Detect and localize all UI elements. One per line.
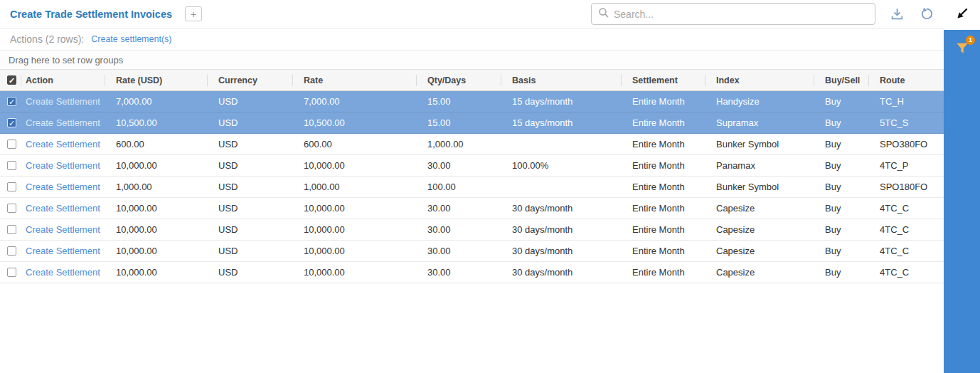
cell-checkbox [0, 177, 21, 197]
cell-route: 4TC_C [869, 198, 944, 219]
cell-rate: 10,000.00 [293, 219, 417, 240]
column-header-basis[interactable]: Basis [501, 70, 622, 90]
cell-index: Capesize [705, 241, 814, 261]
row-checkbox[interactable] [7, 246, 16, 256]
table-row[interactable]: Create Settlement 7,000.00 USD 7,000.00 … [0, 91, 944, 112]
cell-basis: 15 days/month [501, 91, 622, 112]
cell-basis: 100.00% [501, 155, 622, 176]
download-icon[interactable] [890, 6, 905, 21]
cell-rate: 1,000.00 [293, 177, 417, 197]
table-row[interactable]: Create Settlement 600.00 USD 600.00 1,00… [0, 134, 944, 155]
table-row[interactable]: Create Settlement 1,000.00 USD 1,000.00 … [0, 177, 944, 198]
cursor-tool-button[interactable] [944, 0, 980, 30]
cell-checkbox [0, 219, 21, 240]
cell-currency: USD [208, 112, 293, 133]
cell-settlement: Entire Month [622, 155, 705, 176]
row-checkbox[interactable] [7, 225, 16, 234]
column-header-buy-sell[interactable]: Buy/Sell [814, 70, 869, 90]
cursor-arrow-icon [954, 6, 970, 24]
cell-action: Create Settlement [21, 219, 105, 240]
filter-tool-button[interactable]: 1 [944, 34, 980, 65]
table-row[interactable]: Create Settlement 10,000.00 USD 10,000.0… [0, 262, 944, 283]
column-header-settlement[interactable]: Settlement [622, 70, 705, 90]
row-checkbox[interactable] [7, 161, 16, 170]
cell-route: TC_H [869, 91, 944, 112]
search-input[interactable] [614, 9, 868, 20]
create-settlement-link[interactable]: Create Settlement [26, 246, 100, 256]
row-checkbox[interactable] [7, 182, 16, 191]
create-settlements-link[interactable]: Create settlement(s) [91, 34, 171, 44]
row-checkbox[interactable] [7, 97, 16, 106]
cell-action: Create Settlement [21, 177, 105, 197]
cell-qty-days: 30.00 [417, 241, 501, 261]
create-settlement-link[interactable]: Create Settlement [26, 224, 100, 235]
cell-currency: USD [208, 262, 293, 283]
side-panel: 1 [944, 0, 980, 373]
create-settlement-link[interactable]: Create Settlement [26, 182, 100, 192]
cell-settlement: Entire Month [622, 91, 705, 112]
row-checkbox[interactable] [7, 140, 16, 149]
cell-basis: 30 days/month [501, 241, 622, 261]
create-settlement-link[interactable]: Create Settlement [26, 117, 100, 128]
column-header-rate-usd[interactable]: Rate (USD) [105, 70, 208, 90]
cell-basis [501, 134, 622, 154]
cell-currency: USD [208, 91, 293, 112]
actions-label: Actions (2 rows): [10, 33, 84, 45]
cell-route: 4TC_P [869, 155, 944, 176]
row-checkbox[interactable] [7, 118, 16, 127]
cell-buy-sell: Buy [814, 91, 869, 112]
cell-rate: 10,000.00 [293, 155, 417, 176]
search-box[interactable] [591, 3, 875, 25]
undo-icon[interactable] [919, 6, 934, 21]
column-header-qty-days[interactable]: Qty/Days [417, 70, 501, 90]
add-button[interactable]: + [185, 6, 202, 21]
cell-rate-usd: 10,500.00 [105, 112, 208, 133]
cell-buy-sell: Buy [814, 134, 869, 154]
header-checkbox-cell [0, 70, 21, 90]
create-settlement-link[interactable]: Create Settlement [26, 139, 100, 149]
cell-action: Create Settlement [21, 91, 105, 112]
cell-buy-sell: Buy [814, 198, 869, 219]
cell-checkbox [0, 112, 21, 133]
cell-checkbox [0, 241, 21, 261]
column-header-currency[interactable]: Currency [208, 70, 293, 90]
cell-action: Create Settlement [21, 262, 105, 283]
cell-rate-usd: 10,000.00 [105, 241, 208, 261]
cell-settlement: Entire Month [622, 241, 705, 261]
cell-qty-days: 30.00 [417, 219, 501, 240]
create-settlement-link[interactable]: Create Settlement [26, 160, 100, 171]
cell-basis: 30 days/month [501, 262, 622, 283]
cell-rate-usd: 7,000.00 [105, 91, 208, 112]
cell-rate: 10,000.00 [293, 198, 417, 219]
column-header-action[interactable]: Action [21, 70, 105, 90]
select-all-checkbox[interactable] [7, 75, 16, 85]
drag-hint-label: Drag here to set row groups [9, 55, 123, 65]
table-row[interactable]: Create Settlement 10,000.00 USD 10,000.0… [0, 198, 944, 219]
row-group-drop-zone[interactable]: Drag here to set row groups [0, 51, 944, 70]
table-row[interactable]: Create Settlement 10,000.00 USD 10,000.0… [0, 155, 944, 177]
table-row[interactable]: Create Settlement 10,000.00 USD 10,000.0… [0, 219, 944, 241]
table-row[interactable]: Create Settlement 10,500.00 USD 10,500.0… [0, 112, 944, 134]
row-checkbox[interactable] [7, 204, 16, 213]
cell-rate-usd: 1,000.00 [105, 177, 208, 197]
cell-rate-usd: 10,000.00 [105, 198, 208, 219]
cell-index: Bunker Symbol [705, 177, 814, 197]
column-header-route[interactable]: Route [869, 70, 944, 90]
table-header-row: Action Rate (USD) Currency Rate Qty/Days… [0, 70, 944, 91]
page-title: Create Trade Settlement Invoices [10, 9, 172, 20]
cell-rate-usd: 600.00 [105, 134, 208, 154]
row-checkbox[interactable] [7, 268, 16, 277]
column-header-index[interactable]: Index [705, 70, 814, 90]
cell-buy-sell: Buy [814, 241, 869, 261]
create-settlement-link[interactable]: Create Settlement [26, 203, 100, 214]
cell-settlement: Entire Month [622, 134, 705, 154]
column-header-rate[interactable]: Rate [293, 70, 417, 90]
cell-rate: 600.00 [293, 134, 417, 154]
table-row[interactable]: Create Settlement 10,000.00 USD 10,000.0… [0, 241, 944, 262]
create-settlement-link[interactable]: Create Settlement [26, 96, 100, 107]
cell-rate: 10,000.00 [293, 241, 417, 261]
cell-rate: 7,000.00 [293, 91, 417, 112]
cell-currency: USD [208, 155, 293, 176]
create-settlement-link[interactable]: Create Settlement [26, 267, 100, 278]
cell-action: Create Settlement [21, 134, 105, 154]
